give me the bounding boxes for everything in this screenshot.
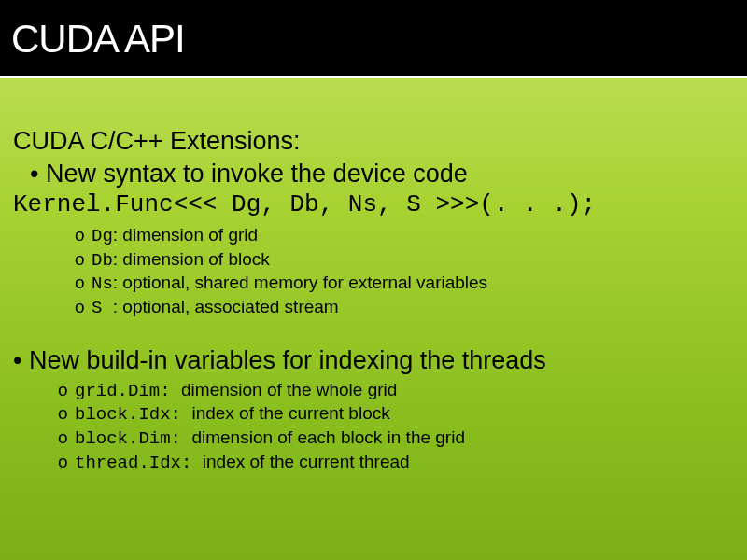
param-desc: : dimension of block <box>113 249 270 269</box>
var-item: block.Idx: index of the current block <box>58 402 728 427</box>
slide-title: CUDA API <box>11 17 736 62</box>
param-item: Db: dimension of block <box>75 248 728 273</box>
var-desc: index of the current block <box>191 403 389 423</box>
var-desc: dimension of each block in the grid <box>191 427 465 447</box>
var-symbol: grid.Dim: <box>75 381 181 401</box>
section1-heading: CUDA C/C++ Extensions: <box>13 127 728 156</box>
param-item: Ns: optional, shared memory for external… <box>75 272 728 296</box>
title-bar: CUDA API <box>0 0 747 78</box>
var-symbol: thread.Idx: <box>75 453 203 473</box>
var-symbol: block.Idx: <box>75 404 191 425</box>
section2: New build-in variables for indexing the … <box>13 346 728 475</box>
param-item: Dg: dimension of grid <box>75 224 728 248</box>
section2-bullet: New build-in variables for indexing the … <box>13 346 728 375</box>
var-item: block.Dim: dimension of each block in th… <box>58 427 728 451</box>
param-symbol: S <box>92 298 113 318</box>
var-desc: index of the current thread <box>203 452 410 471</box>
param-desc: : optional, shared memory for external v… <box>113 273 487 292</box>
slide: CUDA API CUDA C/C++ Extensions: New synt… <box>0 0 747 560</box>
var-symbol: block.Dim: <box>75 428 191 449</box>
param-item: S : optional, associated stream <box>75 296 728 320</box>
section1-bullet: New syntax to invoke the device code <box>30 160 728 189</box>
param-symbol: Ns <box>92 273 113 294</box>
var-desc: dimension of the whole grid <box>181 380 397 399</box>
var-item: thread.Idx: index of the current thread <box>58 451 728 475</box>
param-desc: : dimension of grid <box>113 225 258 245</box>
kernel-launch-syntax: Kernel.Func<<< Dg, Db, Ns, S >>>(. . .); <box>13 190 728 218</box>
param-list: Dg: dimension of grid Db: dimension of b… <box>75 224 728 320</box>
var-list: grid.Dim: dimension of the whole grid bl… <box>58 379 728 475</box>
param-symbol: Db <box>92 250 113 271</box>
param-symbol: Dg <box>92 226 113 246</box>
var-item: grid.Dim: dimension of the whole grid <box>58 379 728 403</box>
param-desc: : optional, associated stream <box>113 297 339 316</box>
slide-content: CUDA C/C++ Extensions: New syntax to inv… <box>0 78 747 475</box>
